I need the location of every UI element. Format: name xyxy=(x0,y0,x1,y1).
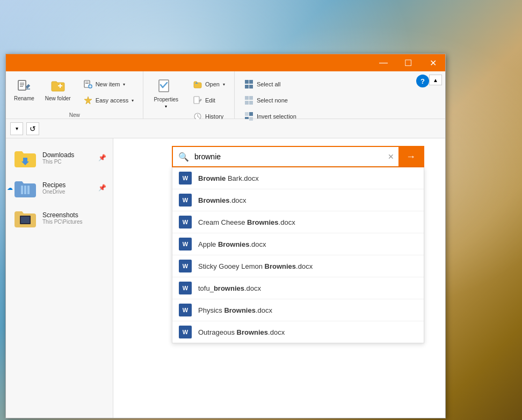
downloads-details: Downloads This PC xyxy=(42,151,74,165)
maximize-button[interactable]: ☐ xyxy=(396,54,421,71)
result-text: Outrageous Brownies.docx xyxy=(198,328,285,336)
ribbon-select-items: Select all Select none Inv xyxy=(239,75,301,126)
result-highlight: Brownies xyxy=(265,262,296,270)
new-folder-label: New folder xyxy=(45,95,71,102)
search-result-item[interactable]: W Brownie Bark.docx xyxy=(172,167,424,189)
downloads-folder-icon xyxy=(12,146,38,170)
nav-item-screenshots[interactable]: Screenshots This PC\Pictures xyxy=(6,203,113,233)
open-chevron: ▾ xyxy=(223,82,225,87)
ribbon-group-open: Properties ▾ Open xyxy=(143,71,235,119)
ribbon-group-select: Select all Select none Inv xyxy=(235,71,306,119)
result-highlight: Brownie xyxy=(198,174,226,182)
help-button[interactable]: ? xyxy=(416,75,429,87)
search-result-item[interactable]: W Outrageous Brownies.docx xyxy=(172,321,424,343)
result-highlight: Brownies xyxy=(247,218,279,226)
recipes-name: Recipes xyxy=(42,181,66,189)
edit-icon xyxy=(192,95,203,106)
result-highlight: Brownies xyxy=(218,240,250,248)
navigation-pane: Downloads This PC 📌 ☁ xyxy=(6,138,113,418)
search-go-button[interactable]: → xyxy=(398,147,423,166)
rename-button[interactable]: Rename xyxy=(10,75,38,105)
recipes-details: Recipes OneDrive xyxy=(42,181,66,195)
recipes-pin: 📌 xyxy=(98,184,106,191)
new-item-label: New item xyxy=(96,81,120,87)
ribbon-collapse-button[interactable]: ▲ xyxy=(429,75,442,85)
word-icon: W xyxy=(179,238,192,250)
minimize-button[interactable]: — xyxy=(371,54,396,71)
svg-rect-0 xyxy=(18,80,26,90)
new-folder-icon xyxy=(49,77,67,94)
edit-label: Edit xyxy=(205,97,215,104)
properties-chevron: ▾ xyxy=(165,104,167,109)
result-highlight: Brownies xyxy=(224,306,256,314)
title-bar: — ☐ ✕ xyxy=(6,54,445,71)
ribbon-new-items: Rename New folder xyxy=(10,75,139,110)
ribbon-open-items: Properties ▾ Open xyxy=(148,75,230,126)
rename-icon xyxy=(16,77,33,94)
search-result-item[interactable]: W Apple Brownies.docx xyxy=(172,233,424,255)
svg-rect-20 xyxy=(21,217,30,223)
refresh-button[interactable]: ↺ xyxy=(26,122,39,135)
new-folder-button[interactable]: New folder xyxy=(41,75,75,105)
word-icon: W xyxy=(179,260,192,272)
rename-label: Rename xyxy=(14,95,34,102)
word-icon: W xyxy=(179,326,192,338)
result-highlight: Brownies xyxy=(198,196,230,204)
select-all-label: Select all xyxy=(257,81,281,87)
svg-rect-6 xyxy=(60,84,61,88)
search-results: W Brownie Bark.docx W Brownies.docx W Cr… xyxy=(172,167,424,343)
select-none-label: Select none xyxy=(257,97,288,104)
open-icon xyxy=(192,79,203,90)
select-none-button[interactable]: Select none xyxy=(240,93,300,108)
properties-icon xyxy=(156,78,176,95)
easy-access-chevron: ▾ xyxy=(132,98,134,103)
result-highlight: brownies xyxy=(214,284,244,292)
new-item-icon xyxy=(83,79,93,90)
screenshots-folder-icon xyxy=(12,206,38,230)
open-stack: Open ▾ Edit xyxy=(187,75,230,126)
ribbon-group-new: Rename New folder xyxy=(6,71,143,119)
window-controls: — ☐ ✕ xyxy=(371,54,445,71)
downloads-name: Downloads xyxy=(42,151,74,159)
downloads-pin: 📌 xyxy=(98,154,106,161)
result-text: tofu_brownies.docx xyxy=(198,284,261,292)
search-result-item[interactable]: W Sticky Gooey Lemon Brownies.docx xyxy=(172,255,424,277)
properties-button[interactable]: Properties ▾ xyxy=(148,75,184,113)
help-area: ? ▲ xyxy=(413,71,445,119)
result-text: Sticky Gooey Lemon Brownies.docx xyxy=(198,262,313,270)
easy-access-button[interactable]: Easy access ▾ xyxy=(79,93,138,108)
recipes-folder-icon xyxy=(12,176,38,200)
search-input[interactable] xyxy=(194,152,383,161)
word-icon: W xyxy=(179,172,192,185)
select-stack: Select all Select none Inv xyxy=(239,75,301,126)
result-text: Brownie Bark.docx xyxy=(198,174,259,182)
result-text: Physics Brownies.docx xyxy=(198,306,272,314)
navigation-bar: ▾ ↺ xyxy=(6,119,445,138)
screenshots-sub: This PC\Pictures xyxy=(42,219,82,225)
search-container: 🔍 ✕ → W Brownie Bark.docx W Brownies.doc… xyxy=(172,146,424,343)
select-all-button[interactable]: Select all xyxy=(240,77,300,92)
search-result-item[interactable]: W Physics Brownies.docx xyxy=(172,299,424,321)
result-text: Apple Brownies.docx xyxy=(198,240,266,248)
search-clear-button[interactable]: ✕ xyxy=(383,152,398,161)
ribbon: Rename New folder xyxy=(6,71,445,119)
nav-item-recipes[interactable]: ☁ Recipes OneDrive 📌 xyxy=(6,173,113,203)
search-result-item[interactable]: W tofu_brownies.docx xyxy=(172,277,424,299)
svg-rect-17 xyxy=(24,186,26,194)
screenshots-details: Screenshots This PC\Pictures xyxy=(42,211,82,225)
open-label: Open xyxy=(205,81,220,87)
select-all-icon xyxy=(244,79,255,90)
search-result-item[interactable]: W Brownies.docx xyxy=(172,189,424,211)
result-text: Cream Cheese Brownies.docx xyxy=(198,218,295,226)
properties-label: Properties xyxy=(154,97,178,103)
downloads-sub: This PC xyxy=(42,159,74,165)
new-item-button[interactable]: New item ▾ xyxy=(79,77,138,92)
search-result-item[interactable]: W Cream Cheese Brownies.docx xyxy=(172,211,424,233)
select-none-icon xyxy=(244,95,255,106)
open-button[interactable]: Open ▾ xyxy=(189,77,229,92)
edit-button[interactable]: Edit xyxy=(189,93,229,108)
address-dropdown-button[interactable]: ▾ xyxy=(10,122,23,135)
close-button[interactable]: ✕ xyxy=(421,54,445,71)
ribbon-content: Rename New folder xyxy=(6,71,445,119)
nav-item-downloads[interactable]: Downloads This PC 📌 xyxy=(6,143,113,173)
